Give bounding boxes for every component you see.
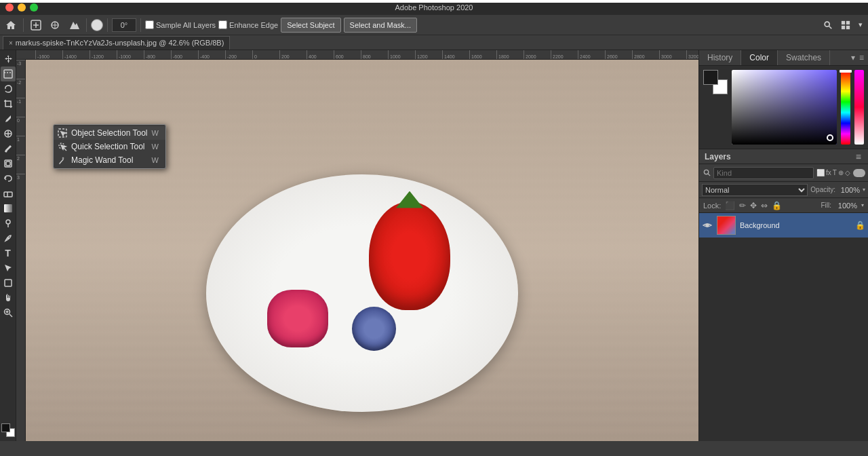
lock-all-icon[interactable]: 🔒 [772,201,782,210]
fill-dropdown-icon[interactable]: ▾ [861,202,864,208]
lock-position-icon[interactable]: ✥ [750,201,757,210]
close-button[interactable] [5,3,14,12]
shape-tool-button[interactable] [1,276,16,290]
layer-thumb-image [717,216,735,234]
tool-btn-3[interactable] [66,17,82,33]
gradient-tool-button[interactable] [1,201,16,216]
svg-point-31 [706,224,709,227]
blend-mode-select[interactable]: Normal [702,184,808,196]
color-picker-dot[interactable] [827,134,833,141]
eraser-tool-button[interactable] [1,186,16,201]
quick-selection-tool-item[interactable]: Quick Selection Tool W [54,140,165,153]
view-button[interactable] [838,17,853,33]
fg-color-swatch[interactable] [1,423,10,432]
sat-handle[interactable] [0,0,868,3]
clone-stamp-button[interactable] [1,156,16,171]
crop-tool-button[interactable] [1,96,16,111]
path-select-button[interactable] [1,261,16,276]
object-selection-tool-item[interactable]: Object Selection Tool W [54,126,165,140]
blueberry [352,307,396,351]
ruler-tick: 200 [279,50,307,59]
panel-tabs: History Color Swatches ▾ ≡ [699,50,868,66]
tab-close-icon[interactable]: × [9,39,13,47]
magic-wand-tool-item[interactable]: Magic Wand Tool W [54,153,165,167]
ruler-tick: -1400 [62,50,90,59]
panel-tab-options: ▾ ≡ [847,50,868,65]
tool-btn-1[interactable] [28,17,44,33]
ruler-tick: -400 [198,50,225,59]
strawberry [369,202,450,310]
layers-panel-menu-button[interactable]: ≡ [854,151,863,162]
brush-tool-button[interactable] [1,141,16,156]
lock-artboard-icon[interactable]: ⇔ [761,201,768,210]
filter-toggle[interactable] [853,169,865,177]
layer-visibility-icon[interactable] [702,220,713,231]
filter-smart-icon[interactable]: ⊕ [838,169,844,176]
sample-all-layers-check[interactable] [145,20,154,29]
layers-blend-row: Normal Opacity: 100% ▾ [699,182,868,198]
zoom-tool-button[interactable] [1,305,16,320]
home-button[interactable] [3,17,19,33]
layers-panel-title: Layers [705,152,731,162]
tool-flyout-menu: Object Selection Tool W Quick Selection … [53,124,166,169]
object-selection-shortcut: W [152,129,159,137]
ruler-tick: 3000 [659,50,686,59]
ruler-tick: -800 [144,50,171,59]
panel-menu-button[interactable]: ≡ [858,52,865,64]
filter-pixel-icon[interactable]: ⬜ [816,169,825,176]
minimize-button[interactable] [18,3,26,12]
color-panel [699,66,868,149]
filter-shape-icon[interactable]: ◇ [845,169,850,176]
hue-handle[interactable] [840,70,852,73]
hand-tool-button[interactable] [1,290,16,305]
select-mask-button[interactable]: Select and Mask... [344,18,418,33]
layers-panel-header: Layers ≡ [699,149,868,164]
layers-search-bar: ⬜ fx T ⊕ ◇ [699,164,868,182]
lock-transparency-icon[interactable]: ⬛ [725,201,735,210]
lasso-tool-button[interactable] [1,81,16,96]
layers-kind-filter[interactable] [713,167,814,179]
color-gradient-picker[interactable] [732,70,837,145]
tool-btn-2[interactable] [47,17,63,33]
search-button[interactable] [821,17,835,33]
history-brush-button[interactable] [1,171,16,186]
fg-color-box[interactable] [703,70,718,85]
select-subject-button[interactable]: Select Subject [281,18,340,33]
foreground-color-dot[interactable] [91,19,103,31]
maximize-button[interactable] [30,3,38,12]
selection-tool-button[interactable] [1,66,16,81]
panel-collapse-button[interactable]: ▾ [850,52,856,64]
lock-image-icon[interactable]: ✏ [739,201,746,210]
docbar: × markus-spiske-TnKcYzVa2Js-unsplash.jpg… [0,35,868,50]
layer-thumbnail [717,216,736,235]
pen-tool-button[interactable] [1,231,16,246]
saturation-strip[interactable] [854,70,864,145]
opacity-label: Opacity: [810,186,835,193]
tab-color[interactable]: Color [741,50,778,65]
document-tab[interactable]: × markus-spiske-TnKcYzVa2Js-unsplash.jpg… [3,36,230,50]
fg-bg-color-box[interactable] [703,70,728,94]
opacity-dropdown-icon[interactable]: ▾ [863,187,865,193]
expand-button[interactable]: ▾ [856,17,865,33]
sample-all-layers-label: Sample All Layers [145,20,216,29]
ruler-tick: 1600 [469,50,496,59]
tab-swatches[interactable]: Swatches [778,50,830,65]
enhance-edge-check[interactable] [218,20,227,29]
tab-history[interactable]: History [699,50,741,65]
hue-strip[interactable] [841,70,850,145]
layer-row-background[interactable]: Background 🔒 [699,213,868,238]
filter-type-icon[interactable]: T [833,169,837,176]
fg-bg-selector[interactable] [1,423,15,437]
layers-search-icon [703,169,711,176]
opacity-value: 100% [838,186,860,194]
main-layout: T [0,50,868,441]
svg-point-21 [7,238,9,239]
healing-brush-button[interactable] [1,126,16,141]
eyedropper-tool-button[interactable] [1,111,16,126]
separator-4 [140,18,141,32]
dodge-tool-button[interactable] [1,216,16,231]
angle-input[interactable] [112,18,136,32]
text-tool-button[interactable]: T [1,246,16,261]
filter-fx-icon[interactable]: fx [826,169,831,176]
move-tool-button[interactable] [1,52,16,66]
